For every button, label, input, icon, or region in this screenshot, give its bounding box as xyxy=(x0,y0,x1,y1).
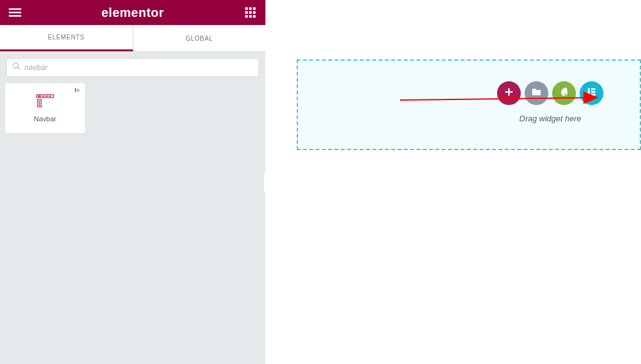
svg-rect-35 xyxy=(591,88,595,90)
sidebar-header: elementor xyxy=(0,0,265,25)
svg-rect-33 xyxy=(505,91,513,93)
svg-rect-0 xyxy=(9,8,21,10)
plus-icon xyxy=(503,86,515,100)
menu-icon[interactable] xyxy=(9,6,21,19)
svg-rect-20 xyxy=(39,104,41,104)
folder-icon xyxy=(531,86,542,100)
envato-button[interactable] xyxy=(552,81,576,105)
svg-rect-1 xyxy=(9,12,21,14)
search-input[interactable] xyxy=(24,63,254,72)
svg-rect-3 xyxy=(245,8,248,10)
tab-elements[interactable]: ELEMENTS xyxy=(0,25,133,51)
elementor-template-button[interactable] xyxy=(580,81,603,105)
svg-rect-5 xyxy=(253,8,255,10)
svg-rect-4 xyxy=(249,8,252,10)
tab-global[interactable]: GLOBAL xyxy=(133,25,266,51)
search-field[interactable] xyxy=(6,58,259,77)
widget-navbar[interactable]: I≡ Navbar xyxy=(5,83,85,133)
svg-rect-18 xyxy=(39,101,41,101)
svg-rect-19 xyxy=(39,103,41,103)
section-control-buttons xyxy=(497,81,603,105)
editor-canvas[interactable]: I≡ Navbar xyxy=(265,0,641,364)
leaf-icon xyxy=(558,86,570,100)
svg-rect-14 xyxy=(43,96,45,97)
svg-rect-37 xyxy=(591,94,595,96)
logo: elementor xyxy=(101,6,164,20)
svg-rect-13 xyxy=(38,96,41,97)
svg-rect-2 xyxy=(9,15,21,16)
widget-list: I≡ Navbar xyxy=(0,83,265,133)
widget-brand-badge-icon: I≡ xyxy=(74,87,79,93)
svg-rect-17 xyxy=(38,99,41,107)
svg-rect-7 xyxy=(249,11,252,14)
elementor-icon xyxy=(586,86,597,100)
svg-rect-36 xyxy=(591,91,595,93)
apps-grid-icon[interactable] xyxy=(244,6,257,19)
panel-tabs: ELEMENTS GLOBAL xyxy=(0,25,265,52)
add-section-button[interactable] xyxy=(497,81,521,105)
svg-rect-11 xyxy=(253,15,255,18)
svg-rect-34 xyxy=(588,88,590,96)
section-controls: Drag widget here xyxy=(497,81,603,123)
svg-rect-6 xyxy=(245,11,248,14)
svg-rect-9 xyxy=(245,15,248,18)
search-icon xyxy=(12,62,21,73)
svg-rect-8 xyxy=(253,11,255,14)
svg-rect-15 xyxy=(46,96,48,97)
widget-label: Navbar xyxy=(34,115,56,123)
svg-rect-21 xyxy=(39,105,41,106)
svg-rect-10 xyxy=(249,15,252,18)
search-container xyxy=(0,52,265,83)
drop-hint-label: Drag widget here xyxy=(520,114,582,123)
elementor-sidebar: elementor ELEMENTS GLOBAL I≡ xyxy=(0,0,265,364)
svg-rect-16 xyxy=(49,96,51,97)
add-template-folder-button[interactable] xyxy=(525,81,548,105)
navbar-icon xyxy=(36,94,54,109)
